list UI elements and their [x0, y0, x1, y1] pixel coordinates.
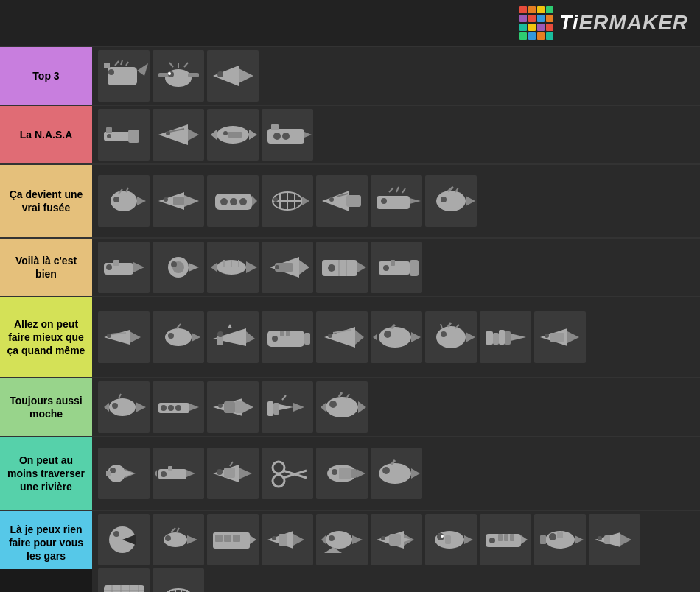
svg-point-59 — [329, 197, 334, 202]
svg-marker-143 — [104, 403, 109, 412]
svg-point-120 — [328, 334, 332, 338]
svg-rect-190 — [351, 469, 357, 478]
list-item — [207, 381, 259, 433]
tier-row-nasa: La N.A.S.A — [0, 106, 700, 165]
svg-point-162 — [329, 401, 337, 408]
tier-row-riviere: On peut au moins traverser une rivière — [0, 437, 700, 511]
svg-rect-210 — [279, 534, 287, 546]
tier-row-fusee: Ça devient une vrai fusée — [0, 165, 700, 239]
svg-point-89 — [275, 265, 279, 269]
svg-rect-231 — [510, 534, 514, 541]
svg-marker-187 — [357, 469, 365, 478]
svg-rect-58 — [346, 195, 361, 207]
svg-marker-92 — [357, 262, 366, 272]
svg-rect-132 — [486, 331, 493, 345]
svg-rect-19 — [128, 130, 139, 143]
svg-marker-164 — [321, 403, 326, 412]
list-item — [262, 311, 313, 363]
svg-line-14 — [184, 63, 188, 67]
list-item — [98, 175, 150, 227]
svg-line-131 — [441, 324, 442, 328]
list-item — [153, 50, 204, 102]
list-item — [153, 109, 204, 161]
tier-label-rien: Là je peux rien faire pour vous les gars — [0, 511, 92, 569]
svg-point-179 — [217, 469, 223, 475]
svg-line-5 — [121, 60, 122, 65]
svg-point-78 — [171, 261, 177, 267]
svg-point-102 — [107, 334, 111, 338]
svg-point-122 — [384, 331, 391, 338]
tier-label-bien: Voilà là c'est bien — [0, 239, 92, 296]
svg-rect-220 — [389, 534, 401, 546]
svg-rect-35 — [271, 124, 279, 130]
svg-rect-170 — [106, 471, 111, 476]
svg-point-114 — [272, 336, 278, 342]
svg-marker-225 — [464, 535, 473, 544]
svg-marker-79 — [189, 263, 199, 272]
list-item — [371, 175, 422, 227]
list-item — [98, 448, 150, 499]
svg-point-215 — [329, 535, 335, 541]
svg-marker-158 — [279, 404, 293, 410]
svg-rect-20 — [106, 127, 112, 133]
list-item — [98, 242, 150, 293]
svg-point-200 — [165, 535, 171, 541]
tier-label-mieux: Allez on peut faire mieux que ça quand m… — [0, 297, 92, 377]
svg-rect-236 — [557, 532, 563, 538]
list-item — [98, 514, 150, 565]
tier-row-bien: Voilà là c'est bien — [0, 239, 700, 297]
tier-row-mieux: Allez on peut faire mieux que ça quand m… — [0, 297, 700, 378]
tier-items-moche — [92, 378, 700, 436]
svg-point-105 — [168, 333, 174, 339]
list-item — [371, 311, 422, 363]
svg-line-145 — [119, 394, 121, 398]
list-item — [371, 448, 422, 499]
list-item — [153, 448, 204, 499]
svg-marker-55 — [302, 197, 309, 205]
svg-rect-98 — [391, 260, 395, 266]
list-item — [98, 109, 150, 161]
svg-marker-27 — [249, 130, 257, 140]
svg-marker-128 — [466, 332, 475, 342]
tier-row-rien: Là je peux rien faire pour vous les gars — [0, 511, 700, 592]
svg-line-106 — [177, 324, 181, 328]
svg-point-38 — [113, 197, 119, 202]
list-item — [589, 514, 640, 565]
svg-point-149 — [175, 405, 181, 411]
svg-point-48 — [239, 198, 247, 205]
svg-rect-75 — [113, 260, 119, 266]
list-item — [425, 175, 477, 227]
list-item — [316, 381, 368, 433]
svg-point-183 — [273, 475, 284, 487]
tier-items-mieux — [92, 297, 700, 377]
svg-line-66 — [402, 188, 405, 193]
tier-items-riviere — [92, 437, 700, 510]
svg-rect-139 — [550, 333, 564, 342]
svg-point-182 — [273, 462, 284, 473]
tier-label-riviere: On peut au moins traverser une rivière — [0, 437, 92, 510]
tier-label-nasa: La N.A.S.A — [0, 106, 92, 163]
list-item — [262, 448, 313, 499]
svg-marker-82 — [211, 263, 217, 272]
svg-rect-226 — [445, 535, 451, 544]
list-item — [98, 568, 150, 592]
svg-point-240 — [598, 536, 602, 540]
svg-marker-111 — [228, 324, 232, 328]
svg-marker-37 — [137, 197, 146, 205]
svg-rect-113 — [304, 333, 310, 345]
svg-point-97 — [383, 265, 389, 271]
svg-marker-163 — [358, 401, 366, 413]
svg-point-33 — [282, 133, 290, 140]
svg-point-155 — [218, 404, 223, 408]
tier-label-moche: Toujours aussi moche — [0, 378, 92, 436]
list-item — [153, 568, 204, 592]
list-item — [425, 311, 477, 363]
svg-marker-68 — [466, 196, 475, 206]
list-item — [153, 242, 204, 293]
list-item — [153, 381, 204, 433]
list-item — [207, 50, 259, 102]
svg-point-161 — [326, 397, 358, 417]
list-item — [480, 311, 531, 363]
svg-point-169 — [110, 468, 116, 473]
svg-line-201 — [171, 528, 175, 532]
